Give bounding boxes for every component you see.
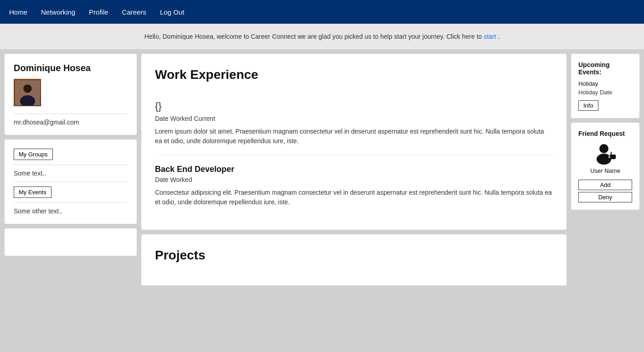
svg-rect-5	[609, 155, 616, 159]
right-sidebar: Upcoming Events: Holiday Holiday Date In…	[571, 54, 639, 210]
event-name: Holiday	[578, 80, 632, 87]
friend-request-title: Friend Request	[578, 130, 632, 137]
my-events-button[interactable]: My Events	[14, 186, 52, 198]
job-date-1: Date Worked Current	[155, 115, 553, 122]
friend-icon	[578, 142, 632, 165]
nav-careers[interactable]: Careers	[122, 8, 146, 16]
friend-request-widget: Friend Request User Name Add Deny	[571, 123, 639, 210]
groups-card: My Groups Some text.. My Events Some oth…	[5, 140, 137, 224]
extra-card	[5, 228, 137, 256]
action-buttons: Add Deny	[578, 180, 632, 202]
my-groups-button[interactable]: My Groups	[14, 149, 53, 160]
job-icon-1: {}	[155, 100, 553, 112]
profile-card: Dominique Hosea mr.dhosea@gmail.com	[5, 54, 137, 135]
events-text: Some other text..	[14, 207, 128, 215]
projects-title: Projects	[155, 248, 553, 263]
start-link[interactable]: start	[484, 33, 496, 40]
event-date: Holiday Date	[578, 89, 632, 96]
svg-rect-7	[608, 155, 610, 158]
left-sidebar: Dominique Hosea mr.dhosea@gmail.com My G…	[5, 54, 137, 256]
nav-home[interactable]: Home	[9, 8, 27, 16]
job-entry-2: Back End Developer Date Worked Consectet…	[155, 155, 553, 216]
job-entry-1: {} Date Worked Current Lorem ipsum dolor…	[155, 91, 553, 155]
profile-email: mr.dhosea@gmail.com	[14, 119, 79, 126]
upcoming-events-title: Upcoming Events:	[578, 61, 632, 76]
svg-point-3	[599, 144, 608, 153]
info-button[interactable]: Info	[578, 100, 598, 111]
job-desc-1: Lorem ipsum dolor sit amet. Praesentium …	[155, 127, 553, 146]
groups-divider	[14, 165, 128, 165]
job-title-2: Back End Developer	[155, 165, 553, 174]
nav-logout[interactable]: Log Out	[160, 8, 184, 16]
upcoming-events-widget: Upcoming Events: Holiday Holiday Date In…	[571, 54, 639, 118]
friend-username: User Name	[578, 167, 632, 174]
projects-card: Projects	[141, 234, 567, 285]
deny-button[interactable]: Deny	[578, 192, 632, 202]
navbar: Home Networking Profile Careers Log Out	[0, 0, 644, 24]
job-date-2: Date Worked	[155, 176, 553, 183]
work-experience-card: Work Experience {} Date Worked Current L…	[141, 54, 567, 230]
svg-point-4	[597, 154, 611, 165]
add-button[interactable]: Add	[578, 180, 632, 190]
job-desc-2: Consectetur adipisicing elit. Praesentiu…	[155, 188, 553, 207]
groups-divider2	[14, 181, 128, 182]
center-content: Work Experience {} Date Worked Current L…	[141, 54, 567, 285]
avatar	[14, 79, 41, 106]
profile-name: Dominique Hosea	[14, 63, 128, 73]
welcome-suffix: .	[496, 33, 500, 40]
profile-divider	[14, 114, 128, 114]
nav-networking[interactable]: Networking	[41, 8, 75, 16]
welcome-text: Hello, Dominique Hosea, welcome to Caree…	[144, 33, 484, 40]
events-divider	[14, 202, 128, 203]
work-experience-title: Work Experience	[155, 67, 553, 82]
svg-point-1	[23, 84, 31, 93]
groups-text: Some text..	[14, 170, 128, 177]
nav-profile[interactable]: Profile	[89, 8, 108, 16]
welcome-bar: Hello, Dominique Hosea, welcome to Caree…	[0, 24, 644, 49]
main-layout: Dominique Hosea mr.dhosea@gmail.com My G…	[0, 49, 644, 290]
